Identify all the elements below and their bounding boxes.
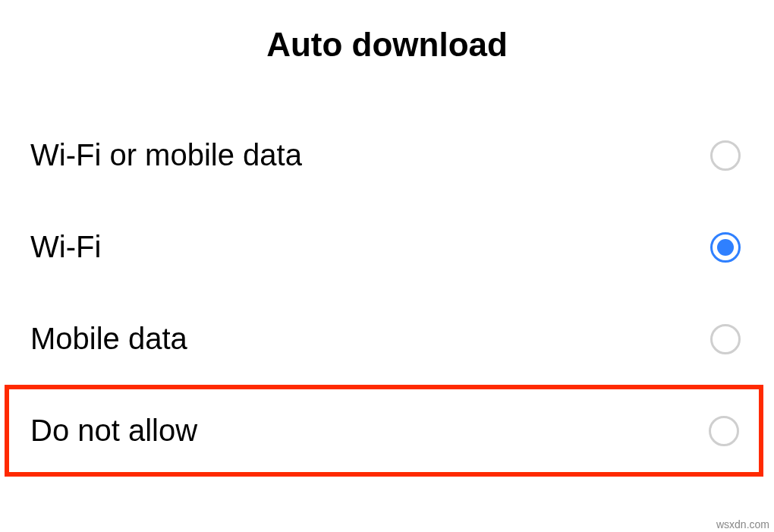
option-do-not-allow[interactable]: Do not allow: [5, 385, 763, 477]
radio-icon: [710, 324, 741, 354]
option-label: Mobile data: [30, 322, 187, 356]
radio-selected-icon: [710, 232, 741, 263]
option-wifi-or-mobile-data[interactable]: Wi-Fi or mobile data: [0, 109, 774, 201]
watermark: wsxdn.com: [716, 518, 769, 530]
option-label: Wi-Fi: [30, 230, 101, 264]
option-label: Do not allow: [30, 414, 197, 448]
option-mobile-data[interactable]: Mobile data: [0, 293, 774, 385]
radio-icon: [709, 416, 739, 446]
option-label: Wi-Fi or mobile data: [30, 138, 302, 172]
radio-icon: [710, 140, 741, 171]
page-title: Auto download: [0, 0, 774, 109]
option-wifi[interactable]: Wi-Fi: [0, 201, 774, 293]
